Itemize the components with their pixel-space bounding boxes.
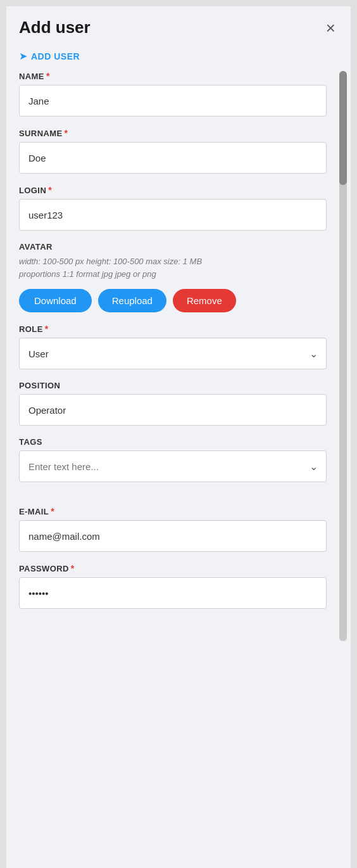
surname-required-star: * xyxy=(65,128,68,138)
password-label: PASSWORD * xyxy=(19,563,327,573)
add-user-panel: Add user × ➤ ADD USER NAME * SURNAME * xyxy=(6,6,351,868)
tags-label: TAGS xyxy=(19,437,327,447)
email-label: E-MAIL * xyxy=(19,506,327,516)
role-field-group: ROLE * User Admin Moderator ⌄ xyxy=(19,324,327,369)
password-field-group: PASSWORD * xyxy=(19,563,327,609)
surname-label: SURNAME * xyxy=(19,128,327,138)
position-field-group: POSITION xyxy=(19,381,327,426)
scrollbar-thumb[interactable] xyxy=(339,71,347,185)
name-field-group: NAME * xyxy=(19,71,327,117)
tags-field-group: TAGS ⌄ xyxy=(19,437,327,482)
breadcrumb-arrow-icon: ➤ xyxy=(19,50,27,62)
avatar-hint: width: 100-500 px height: 100-500 max si… xyxy=(19,255,327,280)
tags-input[interactable] xyxy=(19,450,327,482)
email-field-group: E-MAIL * xyxy=(19,506,327,552)
role-required-star: * xyxy=(45,324,49,334)
form-content: NAME * SURNAME * LOGIN * xyxy=(19,71,335,641)
role-label: ROLE * xyxy=(19,324,327,334)
breadcrumb: ➤ ADD USER xyxy=(6,46,351,71)
avatar-label: AVATAR xyxy=(19,242,327,252)
avatar-buttons: Download Reupload Remove xyxy=(19,289,327,312)
close-button[interactable]: × xyxy=(323,20,338,36)
remove-button[interactable]: Remove xyxy=(173,289,236,312)
name-label: NAME * xyxy=(19,71,327,81)
login-field-group: LOGIN * xyxy=(19,185,327,231)
position-label: POSITION xyxy=(19,381,327,390)
role-select[interactable]: User Admin Moderator xyxy=(19,338,327,369)
panel-title: Add user xyxy=(19,18,91,37)
email-required-star: * xyxy=(51,506,54,516)
form-area: NAME * SURNAME * LOGIN * xyxy=(6,71,351,641)
spacer xyxy=(19,494,327,506)
scrollbar-track[interactable] xyxy=(339,71,347,641)
avatar-field-group: AVATAR width: 100-500 px height: 100-500… xyxy=(19,242,327,312)
password-required-star: * xyxy=(71,563,75,573)
breadcrumb-label[interactable]: ADD USER xyxy=(31,51,80,61)
password-input[interactable] xyxy=(19,577,327,609)
name-required-star: * xyxy=(46,71,50,81)
name-input[interactable] xyxy=(19,85,327,117)
login-label: LOGIN * xyxy=(19,185,327,195)
reupload-button[interactable]: Reupload xyxy=(98,289,166,312)
email-input[interactable] xyxy=(19,520,327,552)
login-required-star: * xyxy=(48,185,52,195)
download-button[interactable]: Download xyxy=(19,289,92,312)
position-input[interactable] xyxy=(19,394,327,426)
panel-header: Add user × xyxy=(6,6,351,46)
role-select-wrapper: User Admin Moderator ⌄ xyxy=(19,338,327,369)
login-input[interactable] xyxy=(19,199,327,231)
surname-field-group: SURNAME * xyxy=(19,128,327,174)
surname-input[interactable] xyxy=(19,142,327,174)
tags-wrapper: ⌄ xyxy=(19,450,327,482)
